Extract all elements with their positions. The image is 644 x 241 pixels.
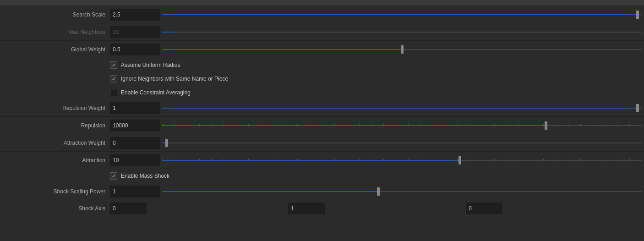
- search-scale-label: Search Scale: [0, 11, 110, 18]
- repulsion-track: [162, 125, 642, 126]
- grain-collisions-panel: Search Scale Max Neighbors Global Weight: [0, 0, 644, 217]
- attraction-weight-slider-container[interactable]: [160, 134, 644, 151]
- search-scale-slider-container[interactable]: [160, 6, 644, 23]
- attraction-weight-row: Attraction Weight: [0, 134, 644, 152]
- repulsion-handle[interactable]: [545, 121, 547, 130]
- repulsion-weight-handle[interactable]: [636, 104, 639, 112]
- max-neighbors-fill: [162, 32, 176, 33]
- shock-scaling-power-handle[interactable]: [377, 187, 380, 196]
- attraction-row: Attraction: [0, 152, 644, 169]
- enable-mass-shock-label: Enable Mass Shock: [121, 173, 169, 179]
- repulsion-label: Repulsion: [0, 122, 110, 129]
- ignore-neighbors-label: Ignore Neighbors with Same Name or Piece: [121, 76, 228, 82]
- repulsion-input[interactable]: [110, 120, 160, 131]
- repulsion-weight-slider-container[interactable]: [160, 99, 644, 116]
- repulsion-weight-label: Repulsion Weight: [0, 105, 110, 111]
- shock-z-input[interactable]: [466, 203, 502, 214]
- attraction-slider-container[interactable]: [160, 152, 644, 169]
- shock-x-input[interactable]: [110, 203, 147, 214]
- max-neighbors-label: Max Neighbors: [0, 29, 110, 35]
- attraction-weight-track: [162, 142, 642, 143]
- top-rows-container: Search Scale Max Neighbors Global Weight: [0, 6, 644, 58]
- attraction-handle[interactable]: [458, 156, 461, 164]
- global-weight-label: Global Weight: [0, 46, 110, 53]
- shock-scaling-power-track: [162, 191, 642, 192]
- enable-constraint-averaging-checkbox[interactable]: [110, 89, 117, 96]
- max-neighbors-track: [162, 32, 642, 33]
- search-scale-handle[interactable]: [636, 11, 639, 19]
- shock-axis-row: Shock Axis: [0, 200, 644, 217]
- search-scale-track: [162, 14, 642, 15]
- shock-axis-label: Shock Axis: [0, 205, 110, 212]
- assume-uniform-radius-checkbox[interactable]: ✓: [110, 61, 117, 69]
- enable-constraint-averaging-row: Enable Constraint Averaging: [0, 86, 644, 99]
- assume-uniform-radius-row: ✓ Assume Uniform Radius: [0, 58, 644, 72]
- search-scale-row: Search Scale: [0, 6, 644, 23]
- attraction-weight-label: Attraction Weight: [0, 140, 110, 146]
- repulsion-weight-row: Repulsion Weight: [0, 99, 644, 117]
- bottom-rows-container: Shock Scaling Power: [0, 183, 644, 200]
- enable-mass-shock-checkbox[interactable]: ✓: [110, 172, 117, 180]
- shock-scaling-power-label: Shock Scaling Power: [0, 188, 110, 195]
- repulsion-row: Repulsion: [0, 117, 644, 134]
- shock-scaling-power-slider-container[interactable]: [160, 183, 644, 200]
- attraction-label: Attraction: [0, 157, 110, 164]
- shock-y-input[interactable]: [288, 203, 325, 214]
- shock-scaling-power-row: Shock Scaling Power: [0, 183, 644, 200]
- global-weight-row: Global Weight: [0, 41, 644, 58]
- global-weight-fill: [162, 49, 402, 50]
- shock-axis-container: Shock Axis: [0, 200, 644, 217]
- attraction-weight-input[interactable]: [110, 137, 160, 149]
- max-neighbors-row: Max Neighbors: [0, 23, 644, 41]
- search-scale-fill: [162, 14, 638, 15]
- attraction-input[interactable]: [110, 154, 160, 166]
- attraction-weight-handle[interactable]: [165, 139, 168, 147]
- shock-scaling-power-fill: [162, 191, 378, 192]
- checkbox2-container: ✓ Enable Mass Shock: [0, 169, 644, 183]
- global-weight-track: [162, 49, 642, 50]
- shock-scaling-power-input[interactable]: [110, 186, 160, 197]
- max-neighbors-slider-container[interactable]: [160, 23, 644, 40]
- enable-mass-shock-row: ✓ Enable Mass Shock: [0, 169, 644, 183]
- repulsion-slider-container[interactable]: [160, 117, 644, 134]
- mid-rows-container: Repulsion Weight Repulsion: [0, 99, 644, 169]
- repulsion-weight-input[interactable]: [110, 102, 160, 114]
- ignore-neighbors-row: ✓ Ignore Neighbors with Same Name or Pie…: [0, 72, 644, 86]
- attraction-track: [162, 160, 642, 161]
- max-neighbors-input[interactable]: [110, 26, 160, 38]
- assume-uniform-radius-label: Assume Uniform Radius: [121, 62, 180, 68]
- global-weight-input[interactable]: [110, 44, 160, 55]
- global-weight-handle[interactable]: [401, 45, 404, 54]
- search-scale-input[interactable]: [110, 9, 160, 21]
- global-weight-slider-container[interactable]: [160, 41, 644, 58]
- ignore-neighbors-checkbox[interactable]: ✓: [110, 75, 117, 82]
- repulsion-weight-fill: [162, 108, 638, 109]
- checkboxes-container: ✓ Assume Uniform Radius ✓ Ignore Neighbo…: [0, 58, 644, 99]
- enable-constraint-averaging-label: Enable Constraint Averaging: [121, 89, 191, 96]
- repulsion-weight-track: [162, 108, 642, 109]
- panel-header: [0, 0, 644, 6]
